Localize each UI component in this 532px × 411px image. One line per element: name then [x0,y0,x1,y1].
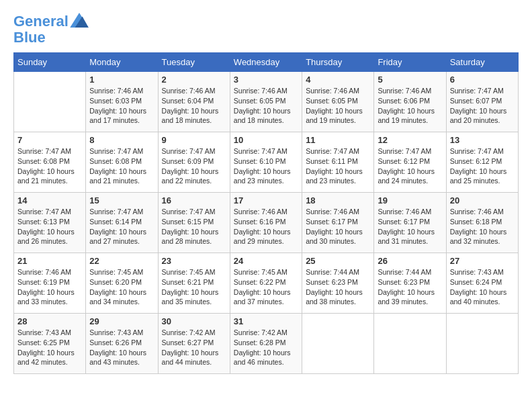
page-header: General Blue [13,13,519,46]
calendar-cell: 11 Sunrise: 7:47 AMSunset: 6:11 PMDaylig… [302,132,374,193]
weekday-header-row: SundayMondayTuesdayWednesdayThursdayFrid… [14,53,519,72]
weekday-header-saturday: Saturday [446,53,518,72]
day-number: 18 [306,195,370,205]
day-info: Sunrise: 7:46 AMSunset: 6:18 PMDaylight:… [450,207,515,246]
day-info: Sunrise: 7:45 AMSunset: 6:20 PMDaylight:… [89,267,154,307]
day-number: 12 [378,135,442,145]
day-number: 1 [89,75,154,85]
day-number: 5 [378,75,442,85]
calendar-cell: 20 Sunrise: 7:46 AMSunset: 6:18 PMDaylig… [446,193,518,253]
logo: General Blue [13,13,89,46]
day-info: Sunrise: 7:46 AMSunset: 6:05 PMDaylight:… [306,86,370,126]
day-info: Sunrise: 7:47 AMSunset: 6:08 PMDaylight:… [17,146,82,186]
day-info: Sunrise: 7:42 AMSunset: 6:28 PMDaylight:… [234,328,298,367]
day-info: Sunrise: 7:47 AMSunset: 6:10 PMDaylight:… [234,146,298,186]
weekday-header-thursday: Thursday [302,53,374,72]
calendar-cell: 30 Sunrise: 7:42 AMSunset: 6:27 PMDaylig… [158,314,230,374]
day-info: Sunrise: 7:47 AMSunset: 6:15 PMDaylight:… [162,207,226,246]
logo-blue-text: Blue [13,30,89,46]
calendar-cell: 27 Sunrise: 7:43 AMSunset: 6:24 PMDaylig… [446,253,518,314]
day-info: Sunrise: 7:46 AMSunset: 6:17 PMDaylight:… [378,207,442,246]
calendar-week-3: 14 Sunrise: 7:47 AMSunset: 6:13 PMDaylig… [14,193,519,253]
calendar-cell: 25 Sunrise: 7:44 AMSunset: 6:23 PMDaylig… [302,253,374,314]
calendar-cell: 1 Sunrise: 7:46 AMSunset: 6:03 PMDayligh… [86,72,158,132]
day-info: Sunrise: 7:47 AMSunset: 6:08 PMDaylight:… [89,146,154,186]
day-number: 20 [450,195,515,205]
day-number: 4 [306,75,370,85]
calendar-cell: 8 Sunrise: 7:47 AMSunset: 6:08 PMDayligh… [86,132,158,193]
day-info: Sunrise: 7:44 AMSunset: 6:23 PMDaylight:… [306,267,370,307]
day-info: Sunrise: 7:47 AMSunset: 6:13 PMDaylight:… [17,207,82,246]
day-info: Sunrise: 7:45 AMSunset: 6:21 PMDaylight:… [162,267,226,307]
logo-text: General [13,13,69,30]
day-info: Sunrise: 7:47 AMSunset: 6:12 PMDaylight:… [378,146,442,186]
calendar-cell: 24 Sunrise: 7:45 AMSunset: 6:22 PMDaylig… [230,253,302,314]
calendar-cell: 12 Sunrise: 7:47 AMSunset: 6:12 PMDaylig… [374,132,446,193]
day-number: 14 [17,195,82,205]
day-info: Sunrise: 7:43 AMSunset: 6:24 PMDaylight:… [450,267,515,307]
calendar-table: SundayMondayTuesdayWednesdayThursdayFrid… [13,52,519,374]
calendar-cell: 7 Sunrise: 7:47 AMSunset: 6:08 PMDayligh… [14,132,86,193]
day-info: Sunrise: 7:46 AMSunset: 6:19 PMDaylight:… [17,267,82,307]
calendar-cell [374,314,446,374]
day-number: 24 [234,256,298,266]
day-info: Sunrise: 7:43 AMSunset: 6:25 PMDaylight:… [17,328,82,367]
day-number: 29 [89,316,154,326]
day-info: Sunrise: 7:47 AMSunset: 6:14 PMDaylight:… [89,207,154,246]
day-number: 31 [234,316,298,326]
calendar-week-1: 1 Sunrise: 7:46 AMSunset: 6:03 PMDayligh… [14,72,519,132]
calendar-cell: 4 Sunrise: 7:46 AMSunset: 6:05 PMDayligh… [302,72,374,132]
day-info: Sunrise: 7:46 AMSunset: 6:16 PMDaylight:… [234,207,298,246]
logo-icon [70,13,89,28]
calendar-cell [14,72,86,132]
day-info: Sunrise: 7:47 AMSunset: 6:11 PMDaylight:… [306,146,370,186]
day-number: 15 [89,195,154,205]
calendar-cell: 6 Sunrise: 7:47 AMSunset: 6:07 PMDayligh… [446,72,518,132]
day-number: 10 [234,135,298,145]
calendar-cell: 5 Sunrise: 7:46 AMSunset: 6:06 PMDayligh… [374,72,446,132]
day-number: 19 [378,195,442,205]
calendar-week-2: 7 Sunrise: 7:47 AMSunset: 6:08 PMDayligh… [14,132,519,193]
calendar-cell: 21 Sunrise: 7:46 AMSunset: 6:19 PMDaylig… [14,253,86,314]
calendar-cell: 14 Sunrise: 7:47 AMSunset: 6:13 PMDaylig… [14,193,86,253]
weekday-header-friday: Friday [374,53,446,72]
day-number: 7 [17,135,82,145]
day-info: Sunrise: 7:45 AMSunset: 6:22 PMDaylight:… [234,267,298,307]
day-info: Sunrise: 7:46 AMSunset: 6:03 PMDaylight:… [89,86,154,126]
calendar-week-5: 28 Sunrise: 7:43 AMSunset: 6:25 PMDaylig… [14,314,519,374]
calendar-cell: 9 Sunrise: 7:47 AMSunset: 6:09 PMDayligh… [158,132,230,193]
day-info: Sunrise: 7:46 AMSunset: 6:17 PMDaylight:… [306,207,370,246]
day-number: 26 [378,256,442,266]
calendar-cell: 19 Sunrise: 7:46 AMSunset: 6:17 PMDaylig… [374,193,446,253]
calendar-cell: 26 Sunrise: 7:44 AMSunset: 6:23 PMDaylig… [374,253,446,314]
calendar-cell: 29 Sunrise: 7:43 AMSunset: 6:26 PMDaylig… [86,314,158,374]
calendar-cell [446,314,518,374]
weekday-header-sunday: Sunday [14,53,86,72]
calendar-cell [302,314,374,374]
calendar-cell: 15 Sunrise: 7:47 AMSunset: 6:14 PMDaylig… [86,193,158,253]
calendar-cell: 22 Sunrise: 7:45 AMSunset: 6:20 PMDaylig… [86,253,158,314]
day-number: 17 [234,195,298,205]
day-info: Sunrise: 7:44 AMSunset: 6:23 PMDaylight:… [378,267,442,307]
calendar-cell: 23 Sunrise: 7:45 AMSunset: 6:21 PMDaylig… [158,253,230,314]
weekday-header-monday: Monday [86,53,158,72]
day-number: 11 [306,135,370,145]
calendar-cell: 28 Sunrise: 7:43 AMSunset: 6:25 PMDaylig… [14,314,86,374]
day-number: 21 [17,256,82,266]
calendar-cell: 18 Sunrise: 7:46 AMSunset: 6:17 PMDaylig… [302,193,374,253]
day-number: 30 [162,316,226,326]
calendar-cell: 13 Sunrise: 7:47 AMSunset: 6:12 PMDaylig… [446,132,518,193]
day-info: Sunrise: 7:47 AMSunset: 6:07 PMDaylight:… [450,86,515,126]
day-info: Sunrise: 7:46 AMSunset: 6:05 PMDaylight:… [234,86,298,126]
day-number: 8 [89,135,154,145]
day-number: 13 [450,135,515,145]
day-number: 16 [162,195,226,205]
calendar-cell: 10 Sunrise: 7:47 AMSunset: 6:10 PMDaylig… [230,132,302,193]
day-info: Sunrise: 7:47 AMSunset: 6:09 PMDaylight:… [162,146,226,186]
day-number: 28 [17,316,82,326]
day-number: 22 [89,256,154,266]
day-info: Sunrise: 7:46 AMSunset: 6:06 PMDaylight:… [378,86,442,126]
calendar-week-4: 21 Sunrise: 7:46 AMSunset: 6:19 PMDaylig… [14,253,519,314]
day-info: Sunrise: 7:47 AMSunset: 6:12 PMDaylight:… [450,146,515,186]
weekday-header-wednesday: Wednesday [230,53,302,72]
